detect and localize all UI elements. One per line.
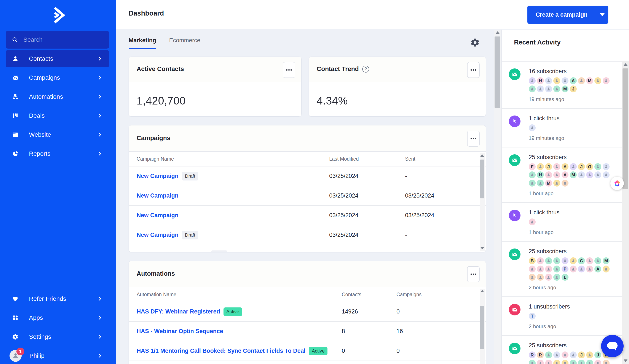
avatar: A: [570, 77, 577, 84]
avatar: [594, 172, 601, 178]
sidebar-item-account-philip[interactable]: 1 Philip: [6, 347, 109, 364]
avatar: [537, 274, 544, 281]
card-menu-button[interactable]: [467, 62, 480, 78]
table-header: Campaign Name Last Modified Sent: [129, 152, 486, 167]
create-campaign-button[interactable]: Create a campaign: [527, 6, 596, 24]
avatar: [570, 266, 577, 273]
campaign-link[interactable]: New Campaign: [137, 212, 178, 219]
activity-body: 25 subscribersFJAJGHAMM1 hour ago: [529, 154, 610, 197]
sidebar-item-campaigns[interactable]: Campaigns: [6, 69, 109, 86]
browser-icon: [12, 131, 18, 138]
campaign-link[interactable]: Test Growwstacks (Copy): [137, 251, 207, 252]
sidebar-item-website[interactable]: Website: [6, 126, 109, 143]
activity-timestamp: 1 hour ago: [529, 229, 560, 236]
notification-badge: 1: [16, 348, 24, 355]
panel-title: Campaigns: [137, 134, 170, 142]
activecampaign-logo[interactable]: [0, 0, 116, 30]
panel-menu-button[interactable]: [467, 131, 480, 147]
avatar: [562, 180, 569, 186]
apps-icon: [12, 315, 18, 321]
activity-title: 25 subscribers: [529, 248, 610, 255]
avatar: [545, 352, 552, 358]
clickup-widget-button[interactable]: [611, 177, 624, 190]
avatar: [586, 172, 593, 178]
gear-icon: [12, 334, 18, 340]
table-row: New Campaign03/25/202403/25/2024: [129, 206, 486, 225]
activity-title: 25 subscribers: [529, 342, 610, 349]
campaign-link[interactable]: New Campaign: [137, 232, 178, 238]
avatar: P: [562, 266, 569, 273]
avatar: [578, 77, 585, 84]
create-campaign-dropdown-button[interactable]: [596, 6, 608, 24]
campaign-link[interactable]: New Campaign: [137, 192, 178, 199]
avatar: [545, 86, 552, 92]
panel-menu-button[interactable]: [467, 266, 480, 282]
sidebar-item-deals[interactable]: Deals: [6, 107, 109, 124]
avatar: [553, 163, 560, 170]
table-row: New CampaignDraft03/25/2024-: [129, 167, 486, 186]
avatar: [529, 124, 536, 131]
card-menu-button[interactable]: [283, 62, 295, 78]
help-icon[interactable]: ?: [362, 66, 369, 73]
panel-title: Automations: [137, 270, 175, 277]
search-placeholder: Search: [23, 36, 43, 43]
avatar: A: [594, 266, 601, 273]
sidebar-item-settings[interactable]: Settings: [6, 328, 109, 346]
sidebar-item-contacts[interactable]: Contacts: [6, 50, 109, 67]
avatar: A: [562, 172, 569, 178]
sidebar-item-automations[interactable]: Automations: [6, 88, 109, 105]
avatar: [570, 360, 577, 364]
table-scrollbar[interactable]: [480, 289, 485, 364]
avatar: G: [586, 163, 593, 170]
chat-launcher-button[interactable]: [601, 335, 624, 357]
clickup-logo-icon: [612, 179, 622, 188]
chevron-right-icon: [97, 334, 103, 340]
avatar-row: RRJJF: [529, 351, 610, 359]
active-contacts-card: Active Contacts 1,420,700: [129, 57, 302, 117]
avatar: [594, 257, 601, 264]
tab-marketing[interactable]: Marketing: [129, 37, 156, 49]
avatar: [570, 257, 577, 264]
activity-scrollbar[interactable]: [622, 61, 629, 364]
table-row: HAS DFY: Webinar RegisteredActive149260: [129, 302, 486, 322]
avatar-group: T: [529, 312, 570, 320]
activity-title: 1 click thrus: [529, 115, 564, 122]
avatar: M: [603, 257, 610, 264]
campaigns-value: 0: [396, 308, 486, 315]
avatar: C: [578, 257, 585, 264]
campaign-link[interactable]: New Campaign: [137, 173, 178, 180]
avatar: [562, 257, 569, 264]
activity-item: 16 subscribersHAMMJ19 minutes ago: [502, 62, 629, 109]
chevron-right-icon: [97, 113, 103, 119]
sidebar-item-reports[interactable]: Reports: [6, 145, 109, 162]
chevron-right-icon: [97, 132, 103, 138]
avatar: [529, 77, 536, 84]
click-cursor-icon: [509, 210, 520, 221]
avatar: M: [562, 86, 569, 92]
dashboard-tabs: Marketing Ecommerce: [129, 37, 200, 49]
contacts-value: 14926: [342, 308, 396, 315]
activity-title: 16 subscribers: [529, 68, 610, 75]
contacts-value: 8: [342, 328, 396, 335]
automation-link[interactable]: HAS DFY: Webinar Registered: [137, 308, 220, 315]
avatar-group: [529, 124, 564, 132]
chevron-right-icon: [97, 94, 103, 100]
card-title: Active Contacts: [137, 65, 184, 73]
sidebar-item-apps[interactable]: Apps: [6, 309, 109, 326]
last-modified-value: 03/25/2024: [329, 173, 405, 180]
chat-bubble-tail: [614, 348, 616, 351]
automation-link[interactable]: HAS - Webinar Optin Sequence: [137, 328, 223, 335]
search-input[interactable]: Search: [6, 31, 109, 49]
sidebar-item-refer-friends[interactable]: Refer Friends: [6, 290, 109, 307]
main-scrollbar[interactable]: [494, 30, 501, 364]
automation-link[interactable]: HAS 1/1 Mentoring Call Booked: Sync Cont…: [137, 348, 306, 354]
avatar: [586, 257, 593, 264]
dashboard-settings-gear-icon[interactable]: [470, 38, 480, 47]
table-row: Test Growwstacks (Copy)Draft03/25/2024-: [129, 245, 486, 252]
tab-ecommerce[interactable]: Ecommerce: [169, 37, 200, 49]
avatar: A: [562, 163, 569, 170]
table-scrollbar[interactable]: [480, 153, 485, 251]
envelope-icon: [12, 75, 18, 81]
avatar: [553, 274, 560, 281]
avatar: M: [545, 180, 552, 186]
